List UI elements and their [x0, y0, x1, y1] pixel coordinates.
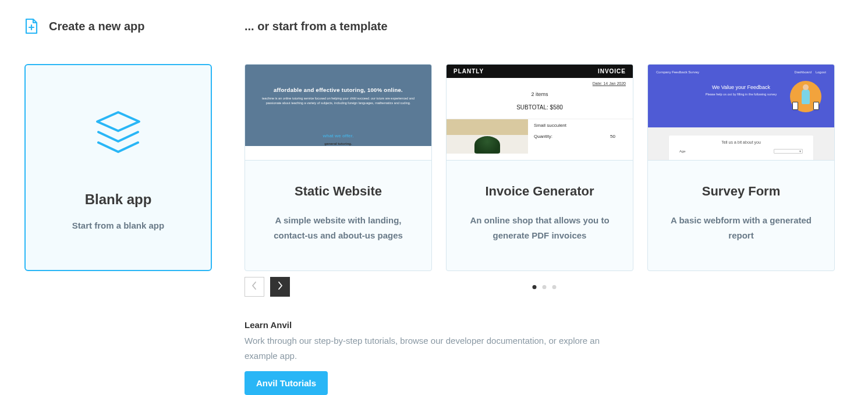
template-cards-row: affordable and effective tutoring, 100% … — [245, 64, 844, 271]
thumb-headline: affordable and effective tutoring, 100% … — [245, 87, 431, 93]
template-header-title: ... or start from a template — [245, 20, 388, 33]
template-title: Static Website — [261, 184, 415, 199]
thumb-subtext: teachme is an online tutoring service fo… — [245, 97, 431, 105]
carousel-next-button[interactable] — [270, 277, 290, 297]
template-header: ... or start from a template — [245, 17, 844, 35]
carousel-dot[interactable] — [542, 285, 546, 289]
learn-section: Learn Anvil Work through our step-by-ste… — [245, 320, 605, 395]
anvil-tutorials-button[interactable]: Anvil Tutorials — [245, 371, 328, 395]
thumb-subtotal: SUBTOTAL: $580 — [447, 104, 633, 111]
carousel-dot[interactable] — [532, 285, 536, 289]
blank-app-card[interactable]: Blank app Start from a blank app — [24, 64, 212, 271]
thumb-items: 2 items — [447, 91, 633, 97]
blank-app-title: Blank app — [85, 191, 152, 208]
thumb-item-name: Small succulent — [534, 123, 627, 128]
template-title: Survey Form — [664, 184, 818, 199]
carousel-nav — [245, 277, 844, 297]
template-description: A basic webform with a generated report — [664, 213, 818, 243]
thumb-select — [774, 149, 803, 154]
chevron-left-icon — [251, 281, 257, 293]
template-thumb: Company Feedback Survey Dashboard Logout… — [648, 65, 834, 161]
learn-text: Work through our step-by-step tutorials,… — [245, 333, 605, 363]
template-description: A simple website with landing, contact-u… — [261, 213, 415, 243]
thumb-nav-b: Logout — [816, 70, 826, 74]
thumb-product-image — [447, 119, 528, 154]
template-card-static-website[interactable]: affordable and effective tutoring, 100% … — [245, 64, 432, 271]
thumb-qty-value: 50 — [610, 134, 615, 139]
thumb-form-title: Tell us a bit about you — [677, 140, 805, 144]
thumb-offer: what we offer. — [245, 133, 431, 138]
chevron-right-icon — [277, 281, 283, 293]
create-app-header: Create a new app — [24, 17, 212, 35]
carousel-prev-button[interactable] — [245, 277, 264, 297]
thumb-nav-a: Dashboard — [795, 70, 812, 74]
blank-app-subtitle: Start from a blank app — [72, 220, 164, 230]
template-thumb: PLANTLY INVOICE Date: 14 Jan 2020 2 item… — [447, 65, 633, 161]
template-description: An online shop that allows you to genera… — [463, 213, 617, 243]
template-card-invoice-generator[interactable]: PLANTLY INVOICE Date: 14 Jan 2020 2 item… — [446, 64, 633, 271]
template-title: Invoice Generator — [463, 184, 617, 199]
thumb-field-label: Age — [679, 150, 686, 153]
create-app-title: Create a new app — [49, 20, 145, 33]
thumb-date: Date: 14 Jan 2020 — [447, 78, 633, 86]
learn-heading: Learn Anvil — [245, 320, 605, 330]
carousel-dots — [532, 285, 556, 289]
thumb-qty-label: Quantity: — [534, 134, 552, 139]
template-card-survey-form[interactable]: Company Feedback Survey Dashboard Logout… — [647, 64, 835, 271]
layers-icon — [90, 105, 146, 163]
thumb-invoice-label: INVOICE — [598, 68, 626, 74]
carousel-dot[interactable] — [552, 285, 556, 289]
add-file-icon — [24, 18, 38, 34]
thumb-illustration — [790, 81, 821, 112]
thumb-brand: Company Feedback Survey — [656, 70, 699, 74]
thumb-brand: PLANTLY — [454, 68, 484, 74]
thumb-general: general tutoring. — [245, 142, 431, 145]
template-thumb: affordable and effective tutoring, 100% … — [245, 65, 431, 161]
